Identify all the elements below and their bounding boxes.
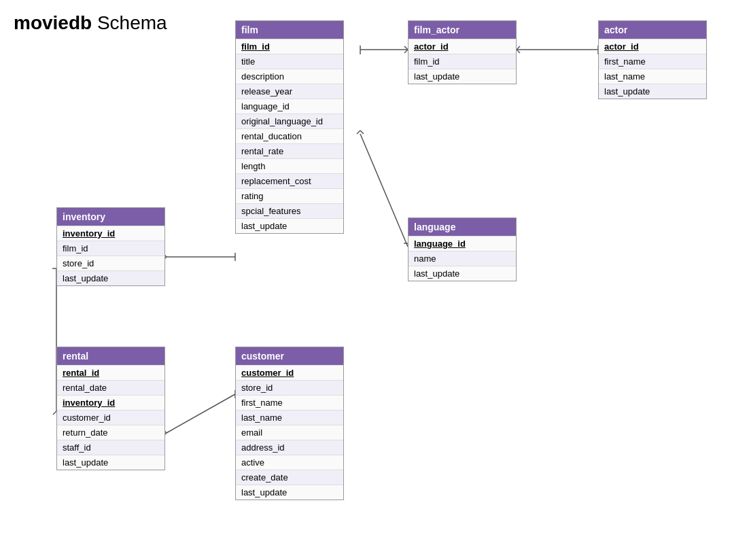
- field-name: name: [409, 251, 516, 266]
- field-rental_rate: rental_rate: [236, 143, 343, 158]
- field-last_name: last_name: [236, 410, 343, 425]
- field-release_year: release_year: [236, 84, 343, 99]
- table-language: languagelanguage_idnamelast_update: [408, 217, 517, 281]
- svg-line-5: [517, 46, 520, 50]
- field-customer_id: customer_id: [57, 410, 164, 425]
- page-title: moviedb Schema: [14, 12, 167, 34]
- field-create_date: create_date: [236, 470, 343, 485]
- field-store_id: store_id: [236, 380, 343, 395]
- table-inventory: inventoryinventory_idfilm_idstore_idlast…: [56, 207, 165, 286]
- field-last_update: last_update: [236, 218, 343, 233]
- field-title: title: [236, 54, 343, 69]
- field-inventory_id: inventory_id: [57, 226, 164, 241]
- svg-line-10: [360, 130, 364, 134]
- field-language_id: language_id: [236, 99, 343, 113]
- field-staff_id: staff_id: [57, 440, 164, 455]
- field-last_update: last_update: [599, 84, 706, 99]
- field-rental_ducation: rental_ducation: [236, 128, 343, 143]
- table-header-rental: rental: [57, 347, 164, 365]
- table-header-inventory: inventory: [57, 208, 164, 226]
- field-last_update: last_update: [409, 69, 516, 84]
- field-customer_id: customer_id: [236, 365, 343, 380]
- field-rental_id: rental_id: [57, 365, 164, 380]
- field-last_update: last_update: [57, 455, 164, 470]
- field-description: description: [236, 69, 343, 84]
- table-actor: actoractor_idfirst_namelast_namelast_upd…: [598, 20, 707, 99]
- svg-line-20: [167, 394, 235, 433]
- field-store_id: store_id: [57, 256, 164, 270]
- table-header-film: film: [236, 21, 343, 39]
- svg-line-6: [517, 50, 520, 53]
- table-header-customer: customer: [236, 347, 343, 365]
- field-film_id: film_id: [236, 39, 343, 54]
- field-last_update: last_update: [409, 266, 516, 281]
- table-header-film_actor: film_actor: [409, 21, 516, 39]
- field-address_id: address_id: [236, 440, 343, 455]
- field-length: length: [236, 158, 343, 173]
- field-film_id: film_id: [57, 241, 164, 256]
- table-rental: rentalrental_idrental_dateinventory_idcu…: [56, 347, 165, 470]
- field-inventory_id: inventory_id: [57, 395, 164, 410]
- field-spcial_features: spcial_features: [236, 203, 343, 218]
- field-first_name: first_name: [599, 54, 706, 69]
- field-actor_id: actor_id: [409, 39, 516, 54]
- field-replacement_cost: replacement_cost: [236, 173, 343, 188]
- field-active: active: [236, 455, 343, 470]
- field-rating: rating: [236, 188, 343, 203]
- svg-line-8: [360, 134, 408, 247]
- table-customer: customercustomer_idstore_idfirst_namelas…: [235, 347, 344, 500]
- field-email: email: [236, 425, 343, 440]
- field-last_name: last_name: [599, 69, 706, 84]
- field-actor_id: actor_id: [599, 39, 706, 54]
- table-film_actor: film_actoractor_idfilm_idlast_update: [408, 20, 517, 84]
- field-rental_date: rental_date: [57, 380, 164, 395]
- field-film_id: film_id: [409, 54, 516, 69]
- field-language_id: language_id: [409, 236, 516, 251]
- field-first_name: first_name: [236, 395, 343, 410]
- field-last_update: last_update: [57, 270, 164, 285]
- table-film: filmfilm_idtitledescriptionrelease_yearl…: [235, 20, 344, 234]
- field-return_date: return_date: [57, 425, 164, 440]
- svg-line-9: [357, 130, 360, 134]
- table-header-actor: actor: [599, 21, 706, 39]
- table-header-language: language: [409, 218, 516, 236]
- field-original_language_id: original_language_id: [236, 113, 343, 128]
- field-last_update: last_update: [236, 485, 343, 500]
